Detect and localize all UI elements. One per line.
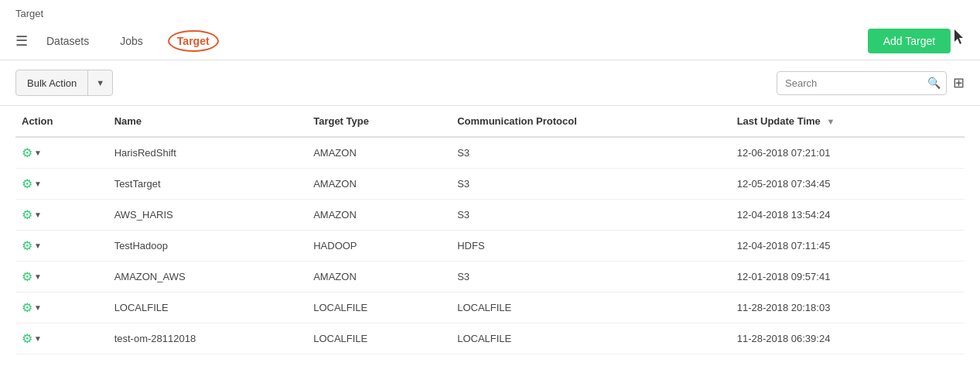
row-communication-protocol: LOCALFILE — [451, 292, 730, 323]
add-target-button[interactable]: Add Target — [868, 29, 951, 53]
nav-item-datasets[interactable]: Datasets — [40, 32, 95, 50]
action-caret-icon[interactable]: ▼ — [34, 149, 42, 157]
row-communication-protocol: LOCALFILE — [451, 323, 730, 354]
toolbar: Bulk Action ▼ 🔍 ⊞ — [0, 60, 980, 106]
table-row: ⚙ ▼ test-om-28112018 LOCALFILE LOCALFILE… — [15, 323, 965, 354]
action-cell: ⚙ ▼ — [15, 231, 108, 262]
grid-view-icon[interactable]: ⊞ — [953, 74, 965, 91]
table-row: ⚙ ▼ LOCALFILE LOCALFILE LOCALFILE 11-28-… — [15, 292, 965, 323]
bulk-action-caret-icon: ▼ — [88, 73, 112, 93]
row-target-type: HADOOP — [307, 231, 451, 262]
action-cell: ⚙ ▼ — [15, 169, 108, 200]
targets-table: Action Name Target Type Communication Pr… — [15, 106, 965, 354]
row-last-update-time: 12-01-2018 09:57:41 — [731, 262, 965, 292]
nav-item-jobs[interactable]: Jobs — [114, 32, 149, 50]
action-caret-icon[interactable]: ▼ — [34, 303, 42, 312]
action-caret-icon[interactable]: ▼ — [34, 241, 42, 250]
row-name: AWS_HARIS — [108, 200, 308, 231]
col-header-action: Action — [15, 106, 108, 137]
row-communication-protocol: S3 — [451, 262, 730, 292]
row-name: HarisRedShift — [108, 137, 308, 169]
row-communication-protocol: HDFS — [451, 231, 730, 262]
row-communication-protocol: S3 — [451, 137, 730, 169]
row-last-update-time: 11-28-2018 06:39:24 — [731, 323, 965, 354]
row-target-type: AMAZON — [307, 169, 451, 200]
table-row: ⚙ ▼ TestHadoop HADOOP HDFS 12-04-2018 07… — [15, 231, 965, 262]
row-target-type: AMAZON — [307, 262, 451, 292]
nav-item-target[interactable]: Target — [168, 30, 219, 52]
action-cell: ⚙ ▼ — [15, 292, 108, 323]
col-header-name: Name — [108, 106, 308, 137]
gear-icon[interactable]: ⚙ — [22, 176, 32, 191]
row-last-update-time: 12-04-2018 13:54:24 — [731, 200, 965, 231]
gear-icon[interactable]: ⚙ — [22, 207, 32, 222]
row-last-update-time: 12-04-2018 07:11:45 — [731, 231, 965, 262]
row-target-type: AMAZON — [307, 137, 451, 169]
row-name: TestHadoop — [108, 231, 308, 262]
search-field: 🔍 — [777, 71, 947, 95]
row-name: AMAZON_AWS — [108, 262, 308, 292]
hamburger-icon[interactable]: ☰ — [15, 32, 28, 50]
row-communication-protocol: S3 — [451, 169, 730, 200]
gear-icon[interactable]: ⚙ — [22, 300, 32, 315]
table-row: ⚙ ▼ HarisRedShift AMAZON S3 12-06-2018 0… — [15, 137, 965, 169]
bulk-action-label: Bulk Action — [16, 72, 87, 94]
sort-icon: ▼ — [826, 117, 835, 126]
gear-icon[interactable]: ⚙ — [22, 145, 32, 160]
bulk-action-dropdown[interactable]: Bulk Action ▼ — [15, 70, 113, 96]
row-target-type: AMAZON — [307, 200, 451, 231]
row-last-update-time: 12-05-2018 07:34:45 — [731, 169, 965, 200]
col-header-communication-protocol: Communication Protocol — [451, 106, 730, 137]
col-header-target-type: Target Type — [307, 106, 451, 137]
row-target-type: LOCALFILE — [307, 323, 451, 354]
action-caret-icon[interactable]: ▼ — [34, 180, 42, 188]
search-icon-button[interactable]: 🔍 — [927, 77, 941, 89]
search-input[interactable] — [777, 71, 947, 95]
row-target-type: LOCALFILE — [307, 292, 451, 323]
action-cell: ⚙ ▼ — [15, 262, 108, 292]
action-caret-icon[interactable]: ▼ — [34, 210, 42, 219]
row-name: test-om-28112018 — [108, 323, 308, 354]
row-last-update-time: 12-06-2018 07:21:01 — [731, 137, 965, 169]
col-header-last-update-time[interactable]: Last Update Time ▼ — [731, 106, 965, 137]
action-caret-icon[interactable]: ▼ — [34, 272, 42, 281]
row-communication-protocol: S3 — [451, 200, 730, 231]
action-cell: ⚙ ▼ — [15, 323, 108, 354]
row-name: LOCALFILE — [108, 292, 308, 323]
action-cell: ⚙ ▼ — [15, 137, 108, 169]
row-name: TestTarget — [108, 169, 308, 200]
page-title: Target — [0, 0, 980, 22]
action-cell: ⚙ ▼ — [15, 200, 108, 231]
action-caret-icon[interactable]: ▼ — [34, 334, 42, 343]
top-nav: ☰ Datasets Jobs Target Add Target — [0, 22, 980, 60]
table-row: ⚙ ▼ AWS_HARIS AMAZON S3 12-04-2018 13:54… — [15, 200, 965, 231]
row-last-update-time: 11-28-2018 20:18:03 — [731, 292, 965, 323]
gear-icon[interactable]: ⚙ — [22, 238, 32, 253]
table-row: ⚙ ▼ AMAZON_AWS AMAZON S3 12-01-2018 09:5… — [15, 262, 965, 292]
gear-icon[interactable]: ⚙ — [22, 269, 32, 284]
gear-icon[interactable]: ⚙ — [22, 331, 32, 346]
table-row: ⚙ ▼ TestTarget AMAZON S3 12-05-2018 07:3… — [15, 169, 965, 200]
